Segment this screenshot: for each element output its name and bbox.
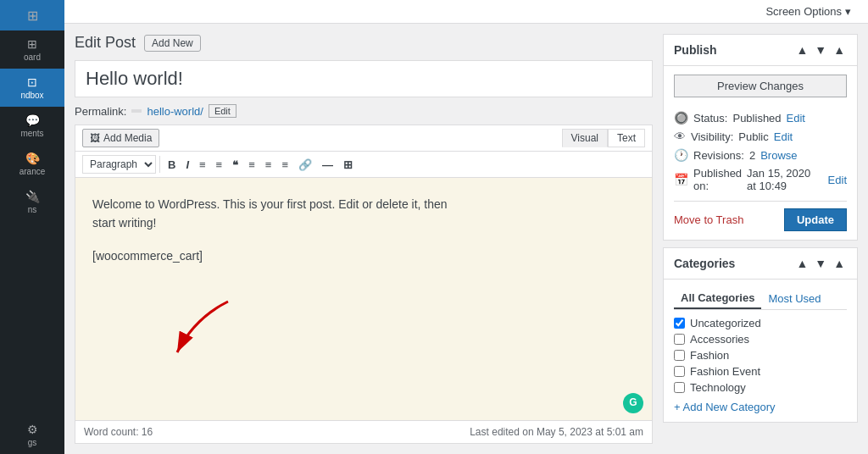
categories-title: Categories <box>674 257 735 270</box>
publish-metabox-body: Preview Changes 🔘 Status: Published Edit… <box>664 66 857 240</box>
editor-toolbar: Paragraph B I ≡ ≡ ❝ ≡ ≡ ≡ 🔗 — ⊞ <box>75 152 652 178</box>
align-right-button[interactable]: ≡ <box>277 157 292 173</box>
sidebar-item-comments[interactable]: 💬 ments <box>0 107 64 145</box>
most-used-tab[interactable]: Most Used <box>761 288 827 309</box>
add-media-button[interactable]: 🖼 Add Media <box>82 129 159 147</box>
list-item[interactable]: Accessories <box>674 333 847 346</box>
align-left-button[interactable]: ≡ <box>244 157 259 173</box>
visibility-row: 👁 Visibility: Public Edit <box>674 130 847 143</box>
update-button[interactable]: Update <box>784 208 847 231</box>
status-value: Published <box>732 112 781 125</box>
align-center-button[interactable]: ≡ <box>261 157 276 173</box>
visibility-label: Visibility: <box>691 130 733 143</box>
editor-text-line1: Welcome to WordPress. This is your first… <box>92 195 635 233</box>
permalink-edit-button[interactable]: Edit <box>209 104 236 118</box>
all-categories-tab[interactable]: All Categories <box>674 288 761 309</box>
published-edit-link[interactable]: Edit <box>828 174 847 186</box>
grammarly-icon: G <box>623 393 643 413</box>
calendar-icon: 📅 <box>674 173 688 186</box>
technology-checkbox[interactable] <box>674 382 685 393</box>
word-count: Word count: 16 <box>84 426 153 438</box>
preview-changes-button[interactable]: Preview Changes <box>674 75 847 97</box>
sidebar-comments-label: ments <box>0 129 64 138</box>
permalink-label: Permalink: <box>75 105 126 118</box>
italic-button[interactable]: I <box>181 157 193 173</box>
link-button[interactable]: 🔗 <box>294 157 316 173</box>
fashion-checkbox[interactable] <box>674 350 685 361</box>
publish-metabox-header: Publish ▲ ▼ ▲ <box>664 35 857 66</box>
visibility-value: Public <box>738 130 768 143</box>
uncategorized-label: Uncategorized <box>690 317 761 329</box>
sidebar-dashboard-label: oard <box>0 53 64 62</box>
accessories-checkbox[interactable] <box>674 334 685 345</box>
page-title: Edit Post <box>75 34 136 52</box>
media-icon: 🖼 <box>90 132 100 144</box>
visibility-edit-link[interactable]: Edit <box>774 130 793 143</box>
published-date: Jan 15, 2020 at 10:49 <box>747 167 822 192</box>
fashion-event-checkbox[interactable] <box>674 366 685 377</box>
categories-metabox: Categories ▲ ▼ ▲ All Categories Most Use… <box>663 247 858 423</box>
tab-text[interactable]: Text <box>608 129 645 147</box>
sidebar-item-dashboard[interactable]: ⊞ oard <box>0 30 64 69</box>
editor-meta-bar: 🖼 Add Media Visual Text <box>75 125 652 152</box>
publish-collapse-down[interactable]: ▼ <box>813 42 828 58</box>
status-edit-link[interactable]: Edit <box>787 112 805 125</box>
publish-collapse-up[interactable]: ▲ <box>794 42 810 58</box>
move-to-trash-link[interactable]: Move to Trash <box>674 213 743 226</box>
screen-options-button[interactable]: Screen Options ▾ <box>759 5 858 18</box>
publish-title: Publish <box>674 43 717 57</box>
categories-toggle[interactable]: ▲ <box>832 255 847 272</box>
sandbox-icon: ⊡ <box>0 75 64 89</box>
add-new-category-link[interactable]: + Add New Category <box>674 401 776 413</box>
bold-button[interactable]: B <box>164 157 180 173</box>
visibility-icon: 👁 <box>674 130 686 143</box>
dashboard-icon: ⊞ <box>0 37 64 51</box>
sidebar-sandbox-label: ndbox <box>0 91 64 100</box>
categories-collapse-down[interactable]: ▼ <box>813 255 828 272</box>
content-line1: Welcome to WordPress. This is your first… <box>92 197 448 211</box>
published-label: Published on: <box>693 167 742 192</box>
toolbar-separator-1 <box>159 156 160 173</box>
sidebar-item-settings[interactable]: ⚙ gs <box>0 416 64 454</box>
editor-content[interactable]: Welcome to WordPress. This is your first… <box>75 178 652 420</box>
status-icon: 🔘 <box>674 111 688 125</box>
unordered-list-button[interactable]: ≡ <box>195 157 210 173</box>
tab-visual[interactable]: Visual <box>562 129 608 147</box>
red-arrow-annotation <box>160 293 262 361</box>
right-sidebar: Publish ▲ ▼ ▲ Preview Changes 🔘 Status: … <box>663 34 858 444</box>
sidebar-item-sandbox[interactable]: ⊡ ndbox <box>0 69 64 107</box>
sidebar-settings-label: gs <box>0 438 64 447</box>
sidebar: ⊞ ⊞ oard ⊡ ndbox 💬 ments 🎨 arance 🔌 ns ⚙… <box>0 0 64 454</box>
content-area: Edit Post Add New Permalink: hello-world… <box>64 24 868 454</box>
sidebar-appearance-label: arance <box>0 167 64 176</box>
categories-metabox-header: Categories ▲ ▼ ▲ <box>664 248 857 280</box>
post-title-input[interactable] <box>75 60 653 97</box>
permalink-slug[interactable]: hello-world/ <box>147 105 203 118</box>
list-item[interactable]: Fashion <box>674 349 847 362</box>
sidebar-item-appearance[interactable]: 🎨 arance <box>0 145 64 183</box>
publish-toggle[interactable]: ▲ <box>832 42 847 58</box>
categories-controls: ▲ ▼ ▲ <box>794 255 847 272</box>
table-button[interactable]: ⊞ <box>339 157 357 173</box>
ordered-list-button[interactable]: ≡ <box>212 157 227 173</box>
revisions-browse-link[interactable]: Browse <box>760 149 797 162</box>
publish-controls: ▲ ▼ ▲ <box>794 42 847 58</box>
paragraph-select[interactable]: Paragraph <box>82 155 156 174</box>
blockquote-button[interactable]: ❝ <box>228 157 242 173</box>
list-item[interactable]: Uncategorized <box>674 317 847 329</box>
list-item[interactable]: Fashion Event <box>674 365 847 378</box>
sidebar-item-plugins[interactable]: 🔌 ns <box>0 183 64 221</box>
horizontal-rule-button[interactable]: — <box>318 157 337 173</box>
content-line2: start writing! <box>92 216 156 230</box>
editor-section: Edit Post Add New Permalink: hello-world… <box>75 34 653 444</box>
categories-collapse-up[interactable]: ▲ <box>794 255 810 272</box>
editor-shortcode: [woocommerce_cart] <box>92 246 635 265</box>
editor-footer: Word count: 16 Last edited on May 5, 202… <box>75 420 652 443</box>
add-new-button[interactable]: Add New <box>144 35 201 52</box>
revisions-icon: 🕐 <box>674 148 688 162</box>
revisions-label: Revisions: <box>693 149 744 162</box>
categories-metabox-body: All Categories Most Used Uncategorized A… <box>664 280 857 422</box>
add-media-label: Add Media <box>103 132 152 144</box>
list-item[interactable]: Technology <box>674 381 847 394</box>
uncategorized-checkbox[interactable] <box>674 318 685 329</box>
